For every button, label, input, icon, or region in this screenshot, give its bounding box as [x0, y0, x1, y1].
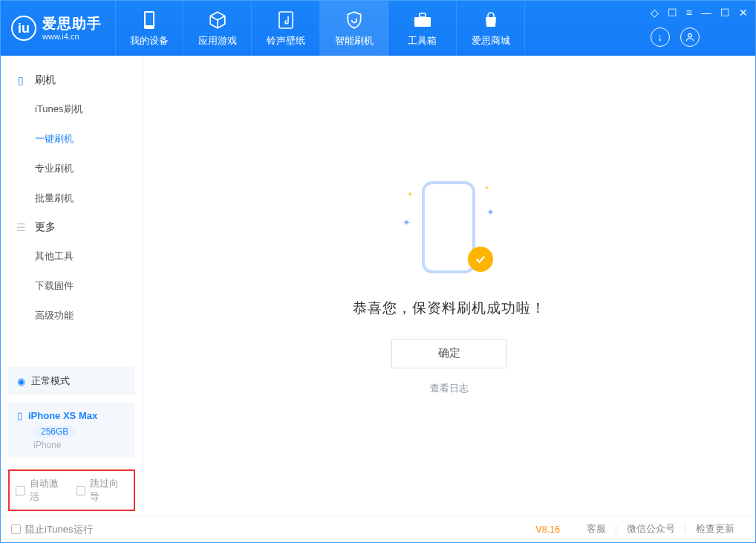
wechat-link[interactable]: 微信公众号	[616, 523, 685, 536]
section-label: 刷机	[35, 74, 56, 87]
shield-refresh-icon	[345, 10, 364, 30]
sidebar-item-itunes-flash[interactable]: iTunes刷机	[1, 94, 143, 124]
svg-point-5	[688, 33, 691, 37]
nav-label: 应用游戏	[198, 35, 237, 48]
skip-wizard-checkbox[interactable]: 跳过向导	[76, 477, 128, 504]
phone-icon	[142, 10, 157, 30]
ok-button[interactable]: 确定	[391, 339, 507, 368]
device-icon: ▯	[14, 74, 27, 86]
music-file-icon	[278, 10, 294, 30]
view-log-link[interactable]: 查看日志	[430, 382, 469, 395]
sidebar-item-advanced[interactable]: 高级功能	[1, 301, 143, 331]
download-icon[interactable]: ↓	[651, 27, 670, 47]
phone-small-icon: ▯	[17, 410, 22, 421]
device-info-card[interactable]: ▯iPhone XS Max 256GB iPhone	[8, 403, 135, 458]
svg-rect-2	[279, 12, 293, 28]
minimize-icon[interactable]: —	[701, 7, 711, 19]
mode-label: 正常模式	[31, 374, 70, 388]
nav-label: 智能刷机	[335, 35, 374, 48]
block-itunes-checkbox[interactable]: 阻止iTunes运行	[11, 523, 93, 536]
main-content: ✦ ✦ ✦ ✦ 恭喜您，保资料刷机成功啦！ 确定 查看日志	[143, 56, 755, 516]
sidebar-section-flash: ▯ 刷机	[1, 66, 143, 94]
menu-icon[interactable]: ≡	[686, 7, 692, 19]
device-name: iPhone XS Max	[28, 410, 97, 421]
feedback-icon[interactable]: ☐	[668, 7, 677, 19]
version-label: V8.16	[535, 524, 560, 535]
nav-label: 我的设备	[130, 35, 169, 48]
maximize-icon[interactable]: ☐	[720, 7, 730, 19]
cube-icon	[208, 10, 227, 30]
nav-store[interactable]: 爱思商城	[457, 1, 525, 56]
user-icon[interactable]	[680, 27, 700, 47]
title-bar: iu 爱思助手 www.i4.cn 我的设备 应用游戏 铃声壁纸 智能刷机 工具…	[1, 1, 755, 56]
list-icon: ☰	[14, 221, 27, 233]
nav-toolbox[interactable]: 工具箱	[388, 1, 457, 56]
main-nav: 我的设备 应用游戏 铃声壁纸 智能刷机 工具箱 爱思商城	[115, 1, 525, 56]
sparkle-icon: ✦	[484, 184, 490, 192]
logo-icon: iu	[11, 16, 36, 41]
account-controls: ↓	[651, 27, 755, 56]
sparkle-icon: ✦	[486, 207, 495, 218]
sidebar-item-download-fw[interactable]: 下载固件	[1, 271, 143, 301]
sidebar: ▯ 刷机 iTunes刷机 一键刷机 专业刷机 批量刷机 ☰ 更多 其他工具 下…	[1, 56, 143, 516]
window-controls: ◇ ☐ ≡ — ☐ ✕	[651, 1, 755, 19]
device-capacity: 256GB	[33, 426, 76, 438]
device-type: iPhone	[33, 440, 61, 450]
bag-icon	[482, 10, 500, 30]
nav-ringtone-wallpaper[interactable]: 铃声壁纸	[252, 1, 320, 56]
toolbox-icon	[413, 10, 432, 30]
skin-icon[interactable]: ◇	[651, 7, 659, 19]
device-mode-card[interactable]: ◉正常模式	[8, 367, 135, 395]
section-label: 更多	[35, 221, 56, 234]
svg-rect-3	[414, 17, 431, 27]
success-illustration: ✦ ✦ ✦ ✦	[401, 177, 498, 288]
nav-label: 铃声壁纸	[267, 35, 305, 48]
sparkle-icon: ✦	[403, 217, 411, 228]
support-link[interactable]: 客服	[576, 523, 616, 536]
check-update-link[interactable]: 检查更新	[685, 523, 745, 536]
svg-rect-1	[146, 13, 153, 25]
app-logo: iu 爱思助手 www.i4.cn	[1, 1, 115, 56]
close-icon[interactable]: ✕	[739, 7, 748, 19]
app-name-en: www.i4.cn	[42, 32, 102, 42]
sparkle-icon: ✦	[407, 190, 413, 198]
nav-apps-games[interactable]: 应用游戏	[183, 1, 252, 56]
sidebar-section-more: ☰ 更多	[1, 213, 143, 241]
nav-label: 爱思商城	[472, 35, 510, 48]
app-name-cn: 爱思助手	[42, 16, 102, 32]
sidebar-item-other-tools[interactable]: 其他工具	[1, 241, 143, 271]
nav-my-device[interactable]: 我的设备	[115, 1, 183, 56]
success-message: 恭喜您，保资料刷机成功啦！	[353, 299, 546, 318]
nav-label: 工具箱	[408, 35, 437, 48]
sidebar-item-batch-flash[interactable]: 批量刷机	[1, 183, 143, 213]
auto-activate-checkbox[interactable]: 自动激活	[16, 477, 68, 504]
sidebar-item-pro-flash[interactable]: 专业刷机	[1, 154, 143, 183]
checkmark-badge-icon	[468, 247, 493, 272]
status-bar: 阻止iTunes运行 V8.16 客服 微信公众号 检查更新	[1, 516, 755, 542]
sidebar-item-one-click-flash[interactable]: 一键刷机	[1, 124, 143, 154]
mode-icon: ◉	[17, 376, 25, 387]
flash-options-highlight: 自动激活 跳过向导	[8, 469, 135, 511]
svg-rect-4	[420, 13, 426, 17]
nav-smart-flash[interactable]: 智能刷机	[320, 1, 388, 56]
